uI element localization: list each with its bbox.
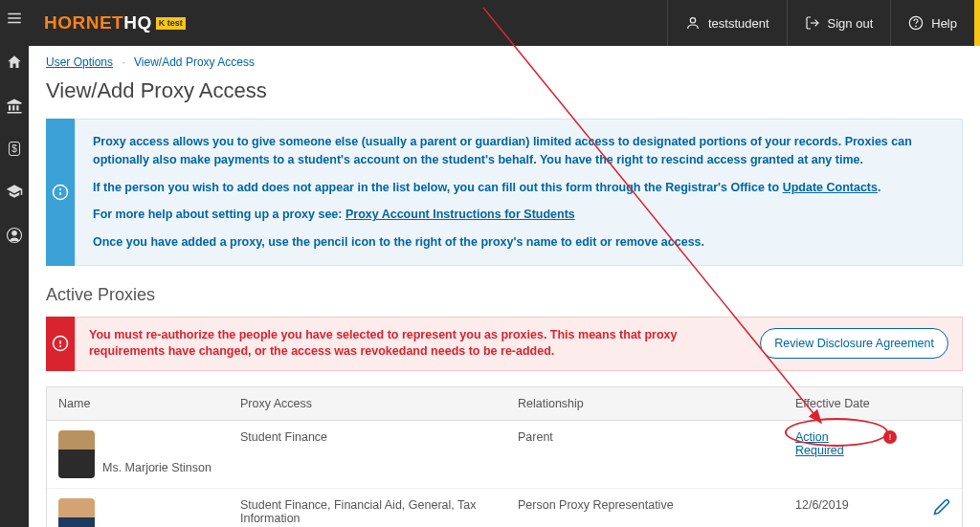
graduation-icon[interactable] — [6, 183, 23, 200]
info-body: Proxy access allows you to give someone … — [75, 119, 963, 266]
payment-icon[interactable]: $ — [9, 142, 20, 156]
signout-label: Sign out — [828, 16, 874, 31]
page-title: View/Add Proxy Access — [46, 78, 963, 103]
help-icon — [908, 15, 924, 31]
username-label: teststudent — [708, 16, 769, 31]
info-p4: Once you have added a proxy, use the pen… — [93, 233, 945, 252]
section-title: Active Proxies — [46, 285, 963, 305]
action-required-link[interactable]: Action Required — [795, 430, 880, 457]
signout-button[interactable]: Sign out — [787, 0, 891, 46]
review-disclosure-button[interactable]: Review Disclosure Agreement — [760, 328, 948, 359]
main-content: User Options · View/Add Proxy Access Vie… — [29, 46, 980, 527]
warning-body: You must re-authorize the people you hav… — [75, 317, 963, 371]
table-header: Name Proxy Access Relationship Effective… — [47, 387, 962, 421]
warning-text: You must re-authorize the people you hav… — [89, 327, 746, 361]
svg-point-11 — [60, 189, 61, 190]
user-icon[interactable] — [6, 227, 23, 244]
col-name: Name — [47, 387, 229, 420]
proxy-relationship: Parent — [506, 421, 784, 488]
signout-icon — [805, 15, 820, 31]
bank-icon[interactable] — [6, 98, 23, 115]
proxy-name: Ms. Marjorie Stinson — [102, 461, 212, 478]
edit-icon[interactable] — [933, 498, 950, 518]
update-contacts-link[interactable]: Update Contacts — [783, 181, 878, 194]
proxy-relationship: Person Proxy Representative — [506, 489, 784, 527]
svg-point-5 — [690, 18, 695, 23]
hamburger-icon[interactable] — [6, 10, 23, 27]
warning-bar — [46, 317, 75, 371]
topbar: HORNETHQ K test teststudent Sign out Hel… — [29, 0, 980, 46]
proxy-table: Name Proxy Access Relationship Effective… — [46, 386, 963, 527]
help-button[interactable]: Help — [890, 0, 974, 46]
info-icon — [52, 184, 69, 201]
col-access: Proxy Access — [229, 387, 506, 420]
col-relationship: Relationship — [506, 387, 784, 420]
breadcrumb: User Options · View/Add Proxy Access — [46, 55, 963, 69]
warning-callout: You must re-authorize the people you hav… — [46, 317, 963, 371]
info-p1: Proxy access allows you to give someone … — [93, 133, 945, 169]
alert-icon — [52, 335, 69, 352]
avatar — [58, 430, 95, 478]
brand-text-b: HQ — [123, 12, 152, 33]
proxy-date: 12/6/2019 — [784, 489, 908, 527]
table-row: Ms. Marjorie Stinson Student Finance Par… — [47, 421, 962, 489]
person-icon — [685, 15, 701, 31]
col-effective-date: Effective Date — [784, 387, 908, 420]
info-callout: Proxy access allows you to give someone … — [46, 119, 963, 266]
proxy-access: Student Finance — [229, 421, 506, 488]
ktest-badge: K test — [156, 17, 186, 30]
proxy-access: Student Finance, Financial Aid, General,… — [229, 489, 506, 527]
brand-logo[interactable]: HORNETHQ — [44, 12, 152, 33]
user-menu[interactable]: teststudent — [667, 0, 787, 46]
table-row: Mr. Joshua L. Lull Student Finance, Fina… — [47, 489, 962, 527]
help-label: Help — [931, 16, 957, 31]
info-bar — [46, 119, 75, 266]
proxy-instructions-link[interactable]: Proxy Account Instructions for Students — [345, 208, 575, 221]
svg-point-8 — [916, 26, 917, 27]
sidebar: $ — [0, 0, 29, 527]
breadcrumb-user-options[interactable]: User Options — [46, 55, 113, 69]
brand-text-a: HORNET — [44, 12, 123, 33]
info-p3: For more help about setting up a proxy s… — [93, 206, 945, 224]
svg-point-4 — [12, 231, 17, 236]
col-edit — [908, 387, 962, 420]
svg-point-14 — [60, 346, 61, 347]
info-p2: If the person you wish to add does not a… — [93, 179, 945, 197]
alert-badge-icon: ! — [883, 430, 897, 444]
breadcrumb-current: View/Add Proxy Access — [134, 55, 255, 69]
home-icon[interactable] — [6, 54, 23, 71]
accent-strip — [974, 0, 980, 46]
avatar — [58, 498, 95, 527]
breadcrumb-separator: · — [122, 55, 124, 69]
